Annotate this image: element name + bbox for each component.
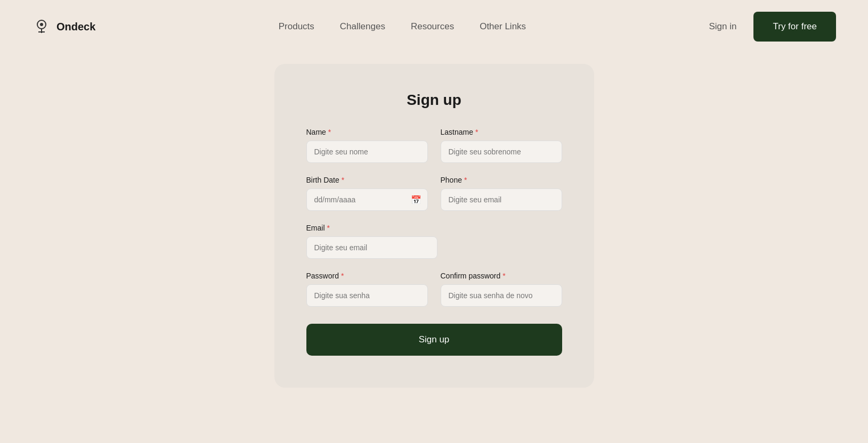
birthdate-label: Birth Date * xyxy=(306,176,428,184)
email-input[interactable] xyxy=(306,236,437,259)
password-input[interactable] xyxy=(306,284,428,307)
phone-input[interactable] xyxy=(441,188,562,211)
lastname-group: Lastname * xyxy=(441,128,562,163)
signup-button[interactable]: Sign up xyxy=(306,324,562,356)
password-group: Password * xyxy=(306,272,428,307)
phone-required: * xyxy=(464,176,467,184)
logo-text: Ondeck xyxy=(56,21,95,33)
password-row: Password * Confirm password * xyxy=(306,272,562,307)
main-content: Sign up Name * Lastname * xyxy=(0,53,868,388)
password-required: * xyxy=(341,272,344,280)
logo-icon xyxy=(32,17,51,36)
nav-item-resources[interactable]: Resources xyxy=(411,21,454,32)
birthdate-required: * xyxy=(342,176,344,184)
sign-in-link[interactable]: Sign in xyxy=(709,21,737,32)
lastname-input[interactable] xyxy=(441,141,562,163)
confirm-password-group: Confirm password * xyxy=(441,272,562,307)
signup-card: Sign up Name * Lastname * xyxy=(274,64,594,388)
lastname-label: Lastname * xyxy=(441,128,562,136)
nav-item-products[interactable]: Products xyxy=(279,21,314,32)
name-lastname-row: Name * Lastname * xyxy=(306,128,562,163)
confirm-password-required: * xyxy=(502,272,505,280)
form-title: Sign up xyxy=(306,92,562,109)
logo[interactable]: Ondeck xyxy=(32,17,95,36)
nav-item-other-links[interactable]: Other Links xyxy=(480,21,526,32)
phone-group: Phone * xyxy=(441,176,562,211)
navbar: Ondeck Products Challenges Resources Oth… xyxy=(0,0,868,53)
email-required: * xyxy=(327,224,330,232)
name-label: Name * xyxy=(306,128,428,136)
name-required: * xyxy=(328,128,331,136)
birthdate-input[interactable] xyxy=(306,188,428,211)
confirm-password-label: Confirm password * xyxy=(441,272,562,280)
confirm-password-input[interactable] xyxy=(441,284,562,307)
nav-links: Products Challenges Resources Other Link… xyxy=(279,21,526,32)
svg-point-1 xyxy=(40,23,43,26)
birthdate-group: Birth Date * 📅 xyxy=(306,176,428,211)
email-group: Email * xyxy=(306,224,437,259)
email-label: Email * xyxy=(306,224,437,232)
try-free-button[interactable]: Try for free xyxy=(753,12,836,42)
lastname-required: * xyxy=(475,128,478,136)
nav-right: Sign in Try for free xyxy=(709,12,836,42)
password-label: Password * xyxy=(306,272,428,280)
date-input-wrapper: 📅 xyxy=(306,188,428,211)
name-input[interactable] xyxy=(306,141,428,163)
birthdate-phone-row: Birth Date * 📅 Phone * xyxy=(306,176,562,211)
email-row: Email * xyxy=(306,224,562,259)
name-group: Name * xyxy=(306,128,428,163)
nav-item-challenges[interactable]: Challenges xyxy=(340,21,385,32)
phone-label: Phone * xyxy=(441,176,562,184)
